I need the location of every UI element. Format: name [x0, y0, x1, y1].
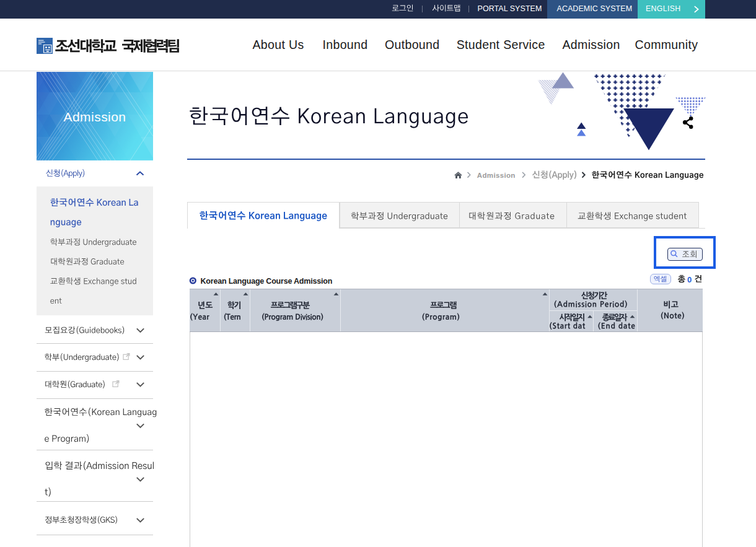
svg-text:Admission: Admission — [64, 110, 126, 124]
